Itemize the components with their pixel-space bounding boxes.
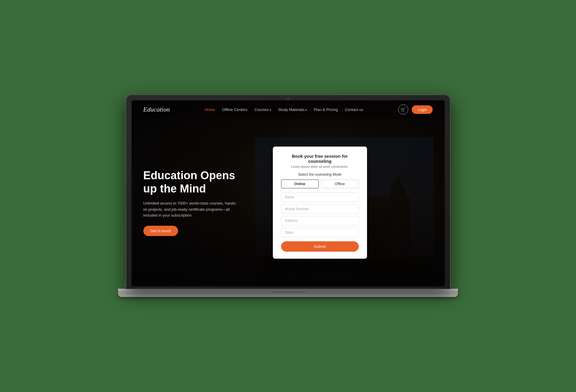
- state-input[interactable]: [281, 228, 359, 237]
- booking-card-title: Book your free session for counseling: [281, 154, 359, 164]
- address-input[interactable]: [281, 216, 359, 225]
- website-content: Education Home Offline Centers Courses S…: [132, 100, 445, 286]
- navbar: Education Home Offline Centers Courses S…: [132, 100, 445, 119]
- nav-offline-centers[interactable]: Offline Centers: [222, 107, 247, 112]
- cart-icon: 🛒: [401, 107, 406, 112]
- booking-card: Book your free session for counseling Lo…: [273, 147, 367, 259]
- mode-label: Select the counseling Mode: [281, 172, 359, 177]
- laptop-screen-bezel: Education Home Offline Centers Courses S…: [126, 95, 450, 289]
- submit-button[interactable]: Submit: [281, 241, 359, 252]
- hero-description: Unlimited access to 7000+ world-class co…: [143, 200, 238, 219]
- cart-button[interactable]: 🛒: [398, 104, 408, 114]
- name-input[interactable]: [281, 192, 359, 202]
- camera-notch: [287, 97, 290, 100]
- login-button[interactable]: Login: [412, 105, 433, 114]
- booking-card-subtitle: Lorem ipsum dolor sit amet consectetur.: [281, 165, 359, 168]
- trackpad-notch: [270, 292, 306, 294]
- mobile-input[interactable]: [281, 204, 359, 214]
- nav-home[interactable]: Home: [205, 107, 215, 112]
- laptop-shell: Education Home Offline Centers Courses S…: [126, 95, 450, 297]
- nav-plan-pricing[interactable]: Plan & Pricing: [314, 107, 338, 112]
- laptop-base: [118, 289, 458, 297]
- hero-title: Education Opens up the Mind: [143, 169, 261, 196]
- nav-study-materials[interactable]: Study Materials: [278, 107, 307, 112]
- hero-content: Education Opens up the Mind Unlimited ac…: [143, 169, 261, 236]
- site-logo: Education: [143, 106, 170, 113]
- hero-section: Education Opens up the Mind Unlimited ac…: [132, 119, 445, 286]
- laptop-screen: Education Home Offline Centers Courses S…: [132, 100, 445, 286]
- mode-buttons: Online Offline: [281, 180, 359, 188]
- nav-contact-us[interactable]: Contact us: [345, 107, 363, 112]
- mode-online-button[interactable]: Online: [281, 180, 319, 188]
- mode-offline-button[interactable]: Offline: [321, 180, 359, 188]
- nav-actions: 🛒 Login: [398, 104, 433, 114]
- nav-links: Home Offline Centers Courses Study Mater…: [205, 107, 363, 112]
- get-in-touch-button[interactable]: Get in touch: [143, 226, 178, 236]
- nav-courses[interactable]: Courses: [255, 107, 271, 112]
